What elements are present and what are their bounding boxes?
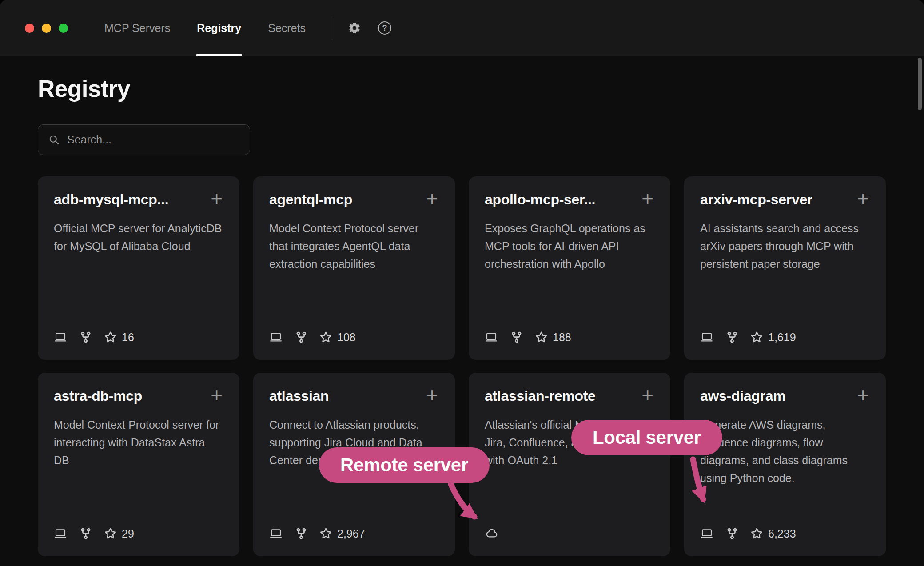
server-description: Model Context Protocol server for intera… xyxy=(54,416,223,469)
server-name: agentql-mcp xyxy=(269,191,352,208)
server-description: Generate AWS diagrams, sequence diagrams… xyxy=(700,416,870,487)
tab-registry[interactable]: Registry xyxy=(196,0,242,56)
star-count: 188 xyxy=(553,331,571,344)
page-title: Registry xyxy=(38,75,886,102)
app-window: MCP Servers Registry Secrets ? Registry … xyxy=(0,0,924,566)
search-box xyxy=(38,124,250,155)
server-card[interactable]: aws-diagram + Generate AWS diagrams, seq… xyxy=(684,373,886,556)
help-glyph: ? xyxy=(378,21,391,35)
github-fork-icon[interactable] xyxy=(510,331,523,343)
card-footer: 16 xyxy=(54,331,223,344)
local-server-icon xyxy=(54,527,67,540)
annotation-remote-server: Remote server xyxy=(319,447,490,483)
nav-divider xyxy=(332,16,332,40)
github-fork-icon[interactable] xyxy=(295,527,307,540)
annotation-label: Remote server xyxy=(340,454,468,476)
card-footer: 108 xyxy=(269,331,439,344)
card-footer: 2,967 xyxy=(269,527,439,540)
add-server-button[interactable]: + xyxy=(641,388,654,402)
card-footer: 29 xyxy=(54,527,223,540)
server-card[interactable]: atlassian-remote + Atlassian's official … xyxy=(469,373,670,556)
tab-mcp-servers[interactable]: MCP Servers xyxy=(104,0,171,56)
server-card[interactable]: agentql-mcp + Model Context Protocol ser… xyxy=(253,176,455,360)
star-icon xyxy=(320,528,332,540)
star-icon xyxy=(104,331,116,343)
add-server-button[interactable]: + xyxy=(210,388,223,402)
search-input[interactable] xyxy=(67,133,240,146)
star-group: 29 xyxy=(104,527,134,540)
add-server-button[interactable]: + xyxy=(856,191,870,206)
star-icon xyxy=(751,331,763,343)
star-count: 29 xyxy=(122,527,134,540)
card-footer xyxy=(485,526,654,540)
annotation-label: Local server xyxy=(593,427,701,448)
star-group: 16 xyxy=(104,331,134,344)
star-group: 188 xyxy=(535,331,571,344)
star-count: 6,233 xyxy=(768,527,796,540)
github-fork-icon[interactable] xyxy=(726,331,738,343)
add-server-button[interactable]: + xyxy=(210,191,223,206)
star-icon xyxy=(751,528,763,540)
star-count: 1,619 xyxy=(768,331,796,344)
star-group: 108 xyxy=(320,331,356,344)
add-server-button[interactable]: + xyxy=(856,388,870,402)
server-grid: adb-mysql-mcp... + Official MCP server f… xyxy=(38,176,886,556)
local-server-icon xyxy=(700,527,713,540)
server-name: apollo-mcp-ser... xyxy=(485,191,595,208)
server-card[interactable]: arxiv-mcp-server + AI assistants search … xyxy=(684,176,886,360)
minimize-button[interactable] xyxy=(42,24,51,33)
server-name: arxiv-mcp-server xyxy=(700,191,812,208)
server-name: aws-diagram xyxy=(700,388,785,404)
server-name: adb-mysql-mcp... xyxy=(54,191,168,208)
server-card[interactable]: apollo-mcp-ser... + Exposes GraphQL oper… xyxy=(469,176,670,360)
star-group: 1,619 xyxy=(751,331,796,344)
star-count: 16 xyxy=(122,331,134,344)
search-icon xyxy=(48,134,60,146)
star-icon xyxy=(104,528,116,540)
traffic-lights xyxy=(25,0,68,56)
local-server-icon xyxy=(700,331,713,344)
github-fork-icon[interactable] xyxy=(295,331,307,343)
registry-page: Registry adb-mysql-mcp... + Official MCP… xyxy=(0,75,924,556)
github-fork-icon[interactable] xyxy=(80,331,92,343)
server-card[interactable]: adb-mysql-mcp... + Official MCP server f… xyxy=(38,176,239,360)
star-group: 6,233 xyxy=(751,527,796,540)
titlebar: MCP Servers Registry Secrets ? xyxy=(0,0,924,56)
local-server-icon xyxy=(269,331,283,344)
star-icon xyxy=(535,331,547,343)
local-server-icon xyxy=(54,331,67,344)
star-count: 2,967 xyxy=(337,527,365,540)
tab-secrets[interactable]: Secrets xyxy=(267,0,307,56)
local-server-icon xyxy=(269,527,283,540)
star-count: 108 xyxy=(337,331,356,344)
server-description: Official MCP server for AnalyticDB for M… xyxy=(54,219,223,255)
settings-gear-icon[interactable] xyxy=(346,20,362,36)
server-name: astra-db-mcp xyxy=(54,388,142,404)
server-description: AI assistants search and access arXiv pa… xyxy=(700,219,870,273)
star-group: 2,967 xyxy=(320,527,365,540)
card-footer: 1,619 xyxy=(700,331,870,344)
add-server-button[interactable]: + xyxy=(425,191,439,206)
server-name: atlassian xyxy=(269,388,329,404)
add-server-button[interactable]: + xyxy=(425,388,439,402)
main-nav: MCP Servers Registry Secrets xyxy=(104,0,307,56)
zoom-button[interactable] xyxy=(59,24,68,33)
card-footer: 188 xyxy=(485,331,654,344)
github-fork-icon[interactable] xyxy=(726,527,738,540)
server-card[interactable]: astra-db-mcp + Model Context Protocol se… xyxy=(38,373,239,556)
close-button[interactable] xyxy=(25,24,34,33)
scrollbar-thumb[interactable] xyxy=(918,58,922,110)
server-description: Model Context Protocol server that integ… xyxy=(269,219,439,273)
server-name: atlassian-remote xyxy=(485,388,596,404)
github-fork-icon[interactable] xyxy=(80,527,92,540)
star-icon xyxy=(320,331,332,343)
add-server-button[interactable]: + xyxy=(641,191,654,206)
card-footer: 6,233 xyxy=(700,527,870,540)
local-server-icon xyxy=(485,331,498,344)
server-description: Exposes GraphQL operations as MCP tools … xyxy=(485,219,654,273)
help-icon[interactable]: ? xyxy=(377,20,393,36)
annotation-local-server: Local server xyxy=(571,420,722,455)
remote-server-cloud-icon xyxy=(485,526,499,540)
